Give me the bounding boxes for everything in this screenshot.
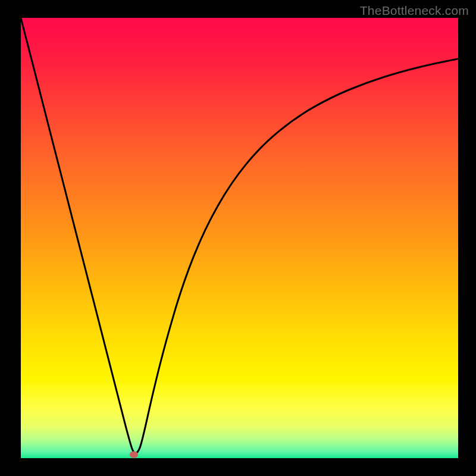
watermark-text: TheBottleneck.com <box>360 4 469 18</box>
minimum-marker <box>130 452 138 458</box>
bottleneck-curve <box>21 18 458 458</box>
chart-frame: TheBottleneck.com <box>0 0 476 476</box>
plot-area <box>21 18 458 458</box>
